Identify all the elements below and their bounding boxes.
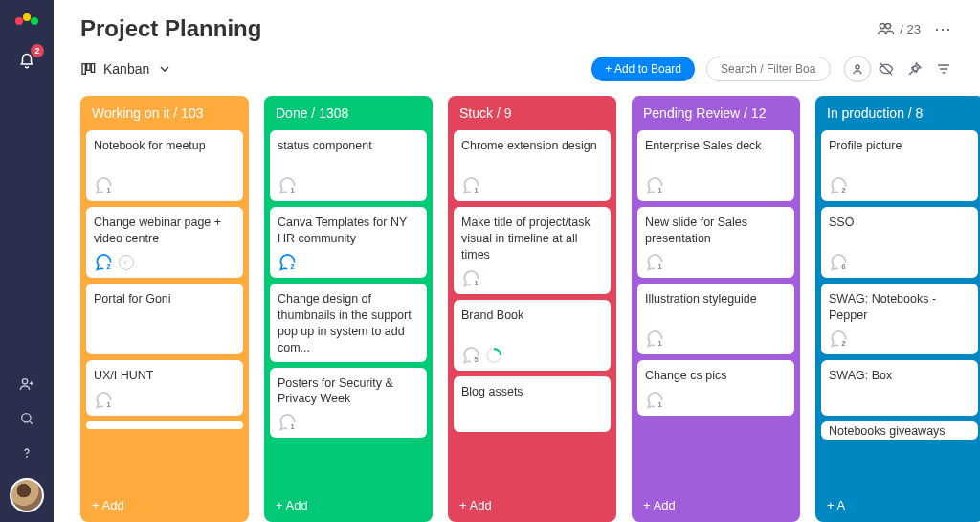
column-header[interactable]: In production / 8: [815, 96, 980, 130]
chat-icon[interactable]: 1: [461, 269, 480, 288]
column-header[interactable]: Done / 1308: [264, 96, 433, 130]
card-title: Enterprise Sales deck: [645, 138, 787, 170]
card-title: status component: [278, 138, 419, 170]
kanban-card[interactable]: Chrome extension design1: [454, 130, 611, 201]
user-avatar[interactable]: [10, 478, 44, 512]
filter-button[interactable]: [930, 56, 957, 82]
card-title: Profile picture: [829, 138, 970, 170]
svg-point-8: [856, 65, 859, 69]
kanban-card[interactable]: Illustration styleguide1: [637, 284, 794, 354]
pin-button[interactable]: [902, 56, 928, 82]
kanban-card[interactable]: Canva Templates for NY HR community2: [270, 207, 427, 278]
card-title: UX/I HUNT: [94, 368, 235, 385]
add-card-button[interactable]: + Add: [448, 490, 616, 522]
chat-icon[interactable]: 2: [94, 253, 113, 272]
kanban-card[interactable]: SWAG: Box: [821, 360, 978, 416]
more-menu[interactable]: ⋯: [934, 18, 953, 39]
chat-icon[interactable]: 6: [829, 253, 848, 272]
card-title: Change design of thumbnails in the suppo…: [278, 291, 419, 356]
kanban-card[interactable]: Notebook for meetup1: [86, 130, 243, 201]
chat-icon[interactable]: 1: [645, 253, 664, 272]
check-icon: [119, 255, 134, 270]
search-rail-button[interactable]: [10, 401, 44, 436]
svg-rect-7: [91, 64, 94, 73]
kanban-card[interactable]: Change cs pics1: [637, 360, 794, 416]
chat-icon[interactable]: 5: [461, 346, 480, 365]
card-title: New slide for Sales presentation: [645, 215, 787, 247]
add-card-button[interactable]: + Add: [632, 490, 800, 522]
kanban-card[interactable]: Brand Book5: [454, 300, 611, 371]
chat-icon[interactable]: 1: [461, 176, 480, 195]
kanban-card[interactable]: UX/I HUNT1: [86, 360, 243, 416]
kanban-card[interactable]: Notebooks giveaways: [821, 421, 978, 440]
add-to-board-button[interactable]: + Add to Board: [591, 57, 695, 81]
card-title: Make title of project/task visual in tim…: [461, 215, 603, 263]
chat-icon[interactable]: 1: [94, 176, 113, 195]
card-title: Posters for Security & Privacy Week: [278, 375, 419, 408]
chat-icon[interactable]: 1: [645, 176, 664, 195]
card-title: Chrome extension design: [461, 138, 603, 170]
add-card-button[interactable]: + Add: [264, 490, 433, 522]
card-sliver: [86, 421, 243, 429]
kanban-column: Stuck / 9Chrome extension design1Make ti…: [448, 96, 616, 522]
view-switcher[interactable]: Kanban: [80, 61, 172, 77]
kanban-column: Pending Review / 12Enterprise Sales deck…: [632, 96, 800, 522]
column-body: Chrome extension design1Make title of pr…: [448, 130, 616, 490]
column-body: Notebook for meetup1Change webinar page …: [80, 130, 249, 490]
svg-point-1: [22, 414, 31, 422]
chat-icon[interactable]: 2: [829, 329, 848, 349]
main-area: Project Planning / 23 ⋯ Kanban + Add to …: [54, 0, 980, 522]
add-card-button[interactable]: + A: [815, 490, 980, 522]
chat-icon[interactable]: 1: [278, 176, 297, 195]
chat-icon[interactable]: 2: [278, 253, 297, 272]
card-title: SSO: [829, 215, 970, 247]
card-title: Notebooks giveaways: [829, 423, 970, 440]
column-header[interactable]: Pending Review / 12: [632, 96, 800, 130]
kanban-card[interactable]: Posters for Security & Privacy Week1: [270, 368, 427, 439]
kanban-card[interactable]: New slide for Sales presentation1: [637, 207, 794, 278]
kanban-card[interactable]: Enterprise Sales deck1: [637, 130, 794, 201]
page-title: Project Planning: [80, 15, 877, 42]
column-header[interactable]: Working on it / 103: [80, 96, 249, 130]
card-title: Brand Book: [461, 307, 603, 340]
kanban-card[interactable]: status component1: [270, 130, 427, 201]
column-body: Enterprise Sales deck1New slide for Sale…: [632, 130, 800, 490]
app-logo[interactable]: [15, 10, 38, 33]
kanban-icon: [80, 61, 96, 77]
progress-icon: [486, 348, 501, 363]
person-filter-button[interactable]: [844, 56, 871, 82]
chat-icon[interactable]: 1: [645, 329, 664, 349]
invite-member-button[interactable]: [10, 367, 44, 401]
chat-icon[interactable]: 1: [645, 391, 664, 410]
svg-point-0: [22, 379, 27, 384]
chat-icon[interactable]: 1: [94, 391, 113, 410]
kanban-card[interactable]: Portal for Goni: [86, 284, 243, 354]
card-title: Portal for Goni: [94, 291, 235, 349]
members-count[interactable]: / 23: [877, 20, 921, 37]
kanban-card[interactable]: SWAG: Notebooks - Pepper2: [821, 284, 978, 354]
chat-icon[interactable]: 1: [278, 413, 297, 432]
kanban-card[interactable]: Change webinar page + video centre2: [86, 207, 243, 278]
column-header[interactable]: Stuck / 9: [448, 96, 616, 130]
svg-rect-6: [87, 64, 90, 71]
svg-point-3: [880, 23, 885, 28]
kanban-card[interactable]: Make title of project/task visual in tim…: [454, 207, 611, 294]
add-card-button[interactable]: + Add: [80, 490, 249, 522]
notifications-button[interactable]: 2: [15, 50, 38, 73]
card-title: Notebook for meetup: [94, 138, 235, 170]
chat-icon[interactable]: 2: [829, 176, 848, 195]
kanban-card[interactable]: Profile picture2: [821, 130, 978, 201]
search-input[interactable]: [706, 57, 831, 81]
kanban-board: Working on it / 103Notebook for meetup1C…: [54, 96, 980, 522]
column-body: Profile picture2SSO6SWAG: Notebooks - Pe…: [815, 130, 980, 490]
chevron-down-icon: [157, 61, 172, 77]
svg-point-4: [886, 23, 891, 28]
kanban-column: In production / 8Profile picture2SSO6SWA…: [815, 96, 980, 522]
help-button[interactable]: [10, 436, 44, 470]
card-title: Change cs pics: [645, 368, 787, 385]
kanban-card[interactable]: Blog assets: [454, 376, 611, 432]
hide-button[interactable]: [873, 56, 900, 82]
card-title: Blog assets: [461, 384, 603, 426]
kanban-card[interactable]: SSO6: [821, 207, 978, 278]
kanban-card[interactable]: Change design of thumbnails in the suppo…: [270, 284, 427, 362]
